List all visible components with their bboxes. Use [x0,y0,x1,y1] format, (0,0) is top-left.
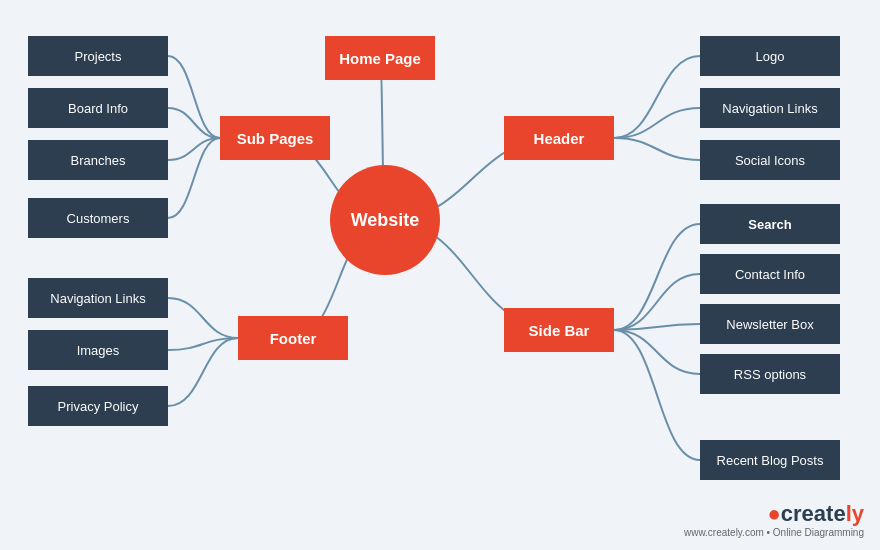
navlinks-header-node: Navigation Links [700,88,840,128]
center-node: Website [330,165,440,275]
newsletterbox-node: Newsletter Box [700,304,840,344]
images-label: Images [77,343,120,358]
branches-node: Branches [28,140,168,180]
navlinks-footer-node: Navigation Links [28,278,168,318]
logo-node: Logo [700,36,840,76]
brand-accent: ly [846,501,864,526]
socialicons-label: Social Icons [735,153,805,168]
watermark-brand: ●creately [768,501,865,527]
branches-label: Branches [71,153,126,168]
boardinfo-label: Board Info [68,101,128,116]
sidebar-node: Side Bar [504,308,614,352]
watermark-dot-icon: ● [768,501,781,526]
recentblog-label: Recent Blog Posts [717,453,824,468]
customers-label: Customers [67,211,130,226]
projects-label: Projects [75,49,122,64]
navlinks-footer-label: Navigation Links [50,291,145,306]
header-label: Header [534,130,585,147]
boardinfo-node: Board Info [28,88,168,128]
privacypolicy-node: Privacy Policy [28,386,168,426]
projects-node: Projects [28,36,168,76]
navlinks-header-label: Navigation Links [722,101,817,116]
footer-node: Footer [238,316,348,360]
subpages-label: Sub Pages [237,130,314,147]
contactinfo-label: Contact Info [735,267,805,282]
center-label: Website [351,210,420,231]
logo-label: Logo [756,49,785,64]
recentblog-node: Recent Blog Posts [700,440,840,480]
rssoptions-node: RSS options [700,354,840,394]
footer-label: Footer [270,330,317,347]
customers-node: Customers [28,198,168,238]
header-node: Header [504,116,614,160]
images-node: Images [28,330,168,370]
contactinfo-node: Contact Info [700,254,840,294]
homepage-label: Home Page [339,50,421,67]
sidebar-label: Side Bar [529,322,590,339]
watermark-url: www.creately.com • Online Diagramming [684,527,864,538]
search-node: Search [700,204,840,244]
privacypolicy-label: Privacy Policy [58,399,139,414]
newsletterbox-label: Newsletter Box [726,317,813,332]
search-label: Search [748,217,791,232]
watermark: ●creately www.creately.com • Online Diag… [684,501,864,538]
socialicons-node: Social Icons [700,140,840,180]
subpages-node: Sub Pages [220,116,330,160]
homepage-node: Home Page [325,36,435,80]
rssoptions-label: RSS options [734,367,806,382]
brand-text: create [781,501,846,526]
diagram-container: Website Home Page Sub Pages Footer Heade… [0,0,880,550]
